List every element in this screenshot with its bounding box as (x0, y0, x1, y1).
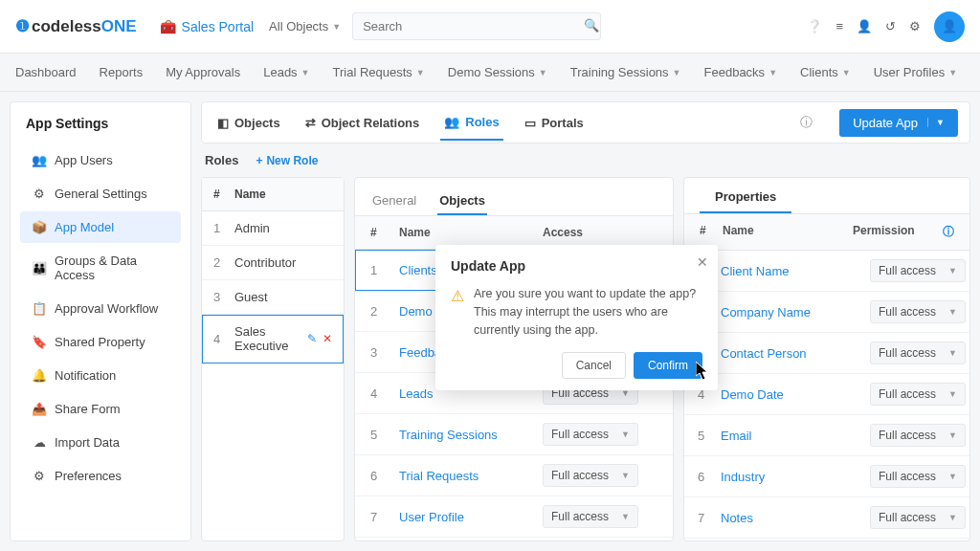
sidebar-item-groups-data-access[interactable]: 👪Groups & Data Access (20, 245, 181, 291)
confirm-button[interactable]: Confirm (634, 352, 702, 379)
col-num: # (213, 187, 234, 201)
nav-feedbacks[interactable]: Feedbacks▼ (704, 65, 778, 79)
nav-my-approvals[interactable]: My Approvals (166, 65, 240, 79)
update-app-button[interactable]: Update App ▼ (839, 109, 958, 137)
sidebar-item-approval-workflow[interactable]: 📋Approval Workflow (20, 293, 181, 324)
nav-reports[interactable]: Reports (100, 65, 144, 79)
col-access: Access (543, 226, 657, 239)
object-selector[interactable]: All Objects ▼ (269, 19, 341, 33)
col-name: Name (399, 226, 543, 239)
properties-table-header: # Name Permission ⓘ (684, 214, 969, 251)
tab-label: Object Relations (322, 116, 420, 130)
permission-select[interactable]: Full access▼ (870, 342, 966, 364)
object-link[interactable]: User Profile (399, 510, 543, 524)
tab-label: Roles (465, 115, 499, 129)
property-row[interactable]: 4Demo DateFull access▼ (684, 374, 969, 415)
sidebar-item-notification[interactable]: 🔔Notification (20, 360, 181, 391)
sidebar-item-share-form[interactable]: 📤Share Form (20, 393, 181, 425)
property-row[interactable]: 1Client NameFull access▼ (684, 251, 969, 292)
access-select[interactable]: Full access▼ (543, 423, 638, 446)
sidebar-icon: 👪 (32, 261, 47, 276)
role-row[interactable]: 4Sales Executive✎✕ (202, 315, 344, 364)
brand-logo: ❶ codelessONE (15, 16, 137, 36)
nav-clients[interactable]: Clients▼ (800, 65, 851, 79)
property-row[interactable]: 3Contact PersonFull access▼ (684, 333, 969, 374)
tab-roles[interactable]: 👥Roles (440, 105, 502, 141)
sidebar-item-app-users[interactable]: 👥App Users (20, 144, 181, 176)
avatar[interactable]: 👤 (934, 11, 965, 42)
modal-body-text: Are you sure you want to update the app?… (474, 285, 702, 339)
permission-select[interactable]: Full access▼ (870, 424, 966, 447)
tab-portals[interactable]: ▭Portals (521, 105, 588, 141)
nav-dashboard[interactable]: Dashboard (15, 65, 77, 79)
help-icon[interactable]: ❔ (807, 19, 822, 33)
edit-icon[interactable]: ✎ (307, 332, 317, 345)
tab-icon: ◧ (217, 116, 229, 130)
brand-suffix: ONE (101, 17, 137, 36)
access-select[interactable]: Full access▼ (543, 464, 638, 487)
delete-icon[interactable]: ✕ (323, 332, 332, 345)
user-add-icon[interactable]: 👤 (857, 19, 872, 33)
caret-down-icon[interactable]: ▼ (927, 118, 945, 127)
sidebar-item-general-settings[interactable]: ⚙General Settings (20, 178, 181, 209)
property-link[interactable]: Industry (721, 470, 870, 484)
property-row[interactable]: 8Phone NumberFull access▼ (684, 539, 969, 540)
briefcase-icon: 🧰 (160, 19, 176, 34)
search-input[interactable] (352, 12, 601, 40)
subtab-objects[interactable]: Objects (437, 187, 487, 215)
close-icon[interactable]: ✕ (697, 254, 708, 270)
property-link[interactable]: Email (721, 429, 870, 443)
permission-select[interactable]: Full access▼ (870, 383, 966, 406)
permission-select[interactable]: Full access▼ (870, 259, 966, 282)
info-icon[interactable]: ⓘ (800, 114, 813, 131)
new-role-button[interactable]: + New Role (256, 154, 318, 167)
tab-objects[interactable]: ◧Objects (213, 105, 284, 141)
property-row[interactable]: 7NotesFull access▼ (684, 497, 969, 539)
role-name: Admin (234, 221, 332, 235)
tab-label: Objects (234, 116, 280, 130)
col-name: Name (723, 224, 853, 240)
tab-object-relations[interactable]: ⇄Object Relations (301, 105, 424, 141)
property-row[interactable]: 2Company NameFull access▼ (684, 292, 969, 333)
property-link[interactable]: Company Name (721, 305, 870, 320)
sidebar-item-shared-property[interactable]: 🔖Shared Property (20, 326, 181, 358)
permission-select[interactable]: Full access▼ (870, 300, 966, 323)
role-row[interactable]: 2Contributor (202, 246, 344, 280)
object-link[interactable]: Trial Requests (399, 469, 543, 483)
sidebar-item-label: General Settings (55, 187, 147, 201)
subtab-general[interactable]: General (370, 187, 418, 215)
property-row[interactable]: 6IndustryFull access▼ (684, 456, 969, 497)
app-switcher[interactable]: 🧰 Sales Portal (160, 19, 254, 34)
nav-demo-sessions[interactable]: Demo Sessions▼ (448, 65, 547, 79)
property-link[interactable]: Client Name (721, 264, 870, 278)
permission-select[interactable]: Full access▼ (870, 506, 966, 529)
role-row[interactable]: 1Admin (202, 211, 344, 246)
cancel-button[interactable]: Cancel (562, 352, 626, 379)
gear-icon[interactable]: ⚙ (909, 19, 921, 33)
sidebar-item-label: App Users (55, 153, 113, 167)
nav-leads[interactable]: Leads▼ (263, 65, 309, 79)
db-icon[interactable]: ≡ (835, 19, 843, 33)
sidebar-item-import-data[interactable]: ☁Import Data (20, 427, 181, 458)
info-icon[interactable]: ⓘ (943, 224, 954, 240)
nav-trial-requests[interactable]: Trial Requests▼ (333, 65, 425, 79)
access-select[interactable]: Full access▼ (543, 505, 638, 528)
property-link[interactable]: Notes (721, 511, 870, 525)
role-row[interactable]: 3Guest (202, 280, 344, 315)
permission-select[interactable]: Full access▼ (870, 465, 966, 488)
object-row[interactable]: 6Trial RequestsFull access▼ (355, 455, 673, 496)
sidebar-item-app-model[interactable]: 📦App Model (20, 211, 181, 243)
sidebar-item-label: Import Data (55, 435, 120, 450)
sidebar-item-preferences[interactable]: ⚙Preferences (20, 460, 181, 492)
object-row[interactable]: 7User ProfileFull access▼ (355, 496, 673, 538)
property-link[interactable]: Demo Date (721, 387, 870, 402)
nav-user-profiles[interactable]: User Profiles▼ (874, 65, 957, 79)
sidebar-item-label: Preferences (55, 469, 122, 483)
history-icon[interactable]: ↺ (885, 19, 896, 33)
object-link[interactable]: Training Sessions (399, 428, 543, 442)
object-row[interactable]: 5Training SessionsFull access▼ (355, 414, 673, 455)
property-link[interactable]: Contact Person (721, 346, 870, 361)
property-row[interactable]: 5EmailFull access▼ (684, 415, 969, 456)
sidebar-icon: 📋 (32, 301, 47, 316)
nav-training-sessions[interactable]: Training Sessions▼ (570, 65, 681, 79)
